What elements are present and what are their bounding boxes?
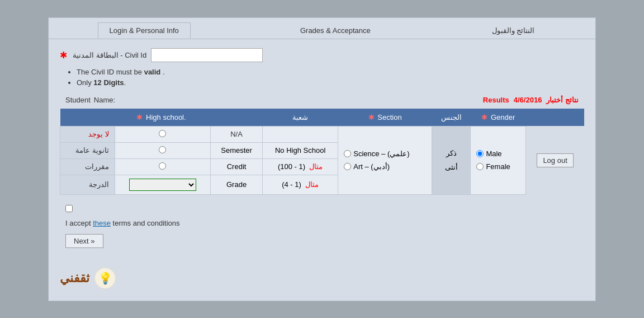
section-options-cell: Science – (علمي) Art – (أدبي) xyxy=(338,126,432,194)
table-header-row: ✱ High school. شعبة ✱ Section الجنس ✱ xyxy=(60,109,585,127)
logo-arabic-text: ثقفني xyxy=(60,271,89,286)
terms-text: I accept these terms and conditions xyxy=(65,219,579,227)
gender-arabic-header: الجنس xyxy=(432,109,471,127)
civil-id-label: Civil Id - البطاقة المدنية xyxy=(73,51,146,59)
student-label: Student xyxy=(65,96,91,104)
female-option: Female xyxy=(476,162,510,171)
next-button[interactable]: Next » xyxy=(65,234,103,248)
row3-radio[interactable] xyxy=(115,158,210,175)
high-school-req-star: ✱ xyxy=(136,113,143,121)
male-option: Male xyxy=(476,149,501,158)
row3-example-ar: مثال xyxy=(309,162,323,171)
gender-arabic-col: ذكر أنثى xyxy=(432,126,471,194)
art-option: Art – (أدبي) xyxy=(344,162,390,171)
row4-range: مثال (1 - 4) xyxy=(263,175,338,194)
civil-id-required-star: ✱ xyxy=(60,50,67,60)
footer: ثقفني 💡 xyxy=(49,261,595,289)
row4-example-ar: مثال xyxy=(305,180,319,189)
table-row-1: لا يوجد N/A Science – (علمي) xyxy=(60,126,585,142)
gender-header: ✱ Gender xyxy=(471,109,526,127)
student-name-left: Student Name: xyxy=(65,96,115,104)
art-label: Art – (أدبي) xyxy=(353,162,390,171)
high-school-header: ✱ High school. xyxy=(60,109,263,127)
row1-section-placeholder xyxy=(263,126,338,142)
section-options: Science – (علمي) Art – (أدبي) xyxy=(344,148,426,172)
terms-row: I accept these terms and conditions Next… xyxy=(60,200,584,252)
terms-after-text: terms and conditions xyxy=(111,219,180,227)
logo-icon: 💡 xyxy=(94,267,116,289)
radio-na[interactable] xyxy=(159,130,166,137)
gender-options: Male Female xyxy=(476,148,520,172)
terms-checkbox[interactable] xyxy=(65,205,73,212)
female-arabic-label: أنثى xyxy=(445,163,458,171)
female-arabic-option: أنثى xyxy=(445,163,458,171)
main-container: Login & Personal Info Grades & Acceptanc… xyxy=(48,17,596,301)
row1-radio[interactable] xyxy=(115,126,210,142)
tab-login-personal[interactable]: Login & Personal Info xyxy=(98,22,191,39)
civil-id-row: ✱ Civil Id - البطاقة المدنية xyxy=(60,48,584,62)
terms-link[interactable]: these xyxy=(93,219,111,227)
logo-area: ثقفني 💡 xyxy=(60,267,116,289)
logout-button[interactable]: Log out xyxy=(537,153,573,167)
next-button-wrapper: Next » xyxy=(65,232,579,248)
results-right: نتائج أختبار 4/6/2016 Results xyxy=(483,96,579,104)
tab-grades-acceptance[interactable]: Grades & Acceptance xyxy=(288,22,382,39)
radio-general[interactable] xyxy=(159,146,166,153)
row4-select-cell[interactable]: 1 2 3 4 xyxy=(115,175,210,194)
row2-value: Semester xyxy=(211,142,263,158)
terms-before-text: I accept xyxy=(65,219,93,227)
row2-radio[interactable] xyxy=(115,142,210,158)
grade-select[interactable]: 1 2 3 4 xyxy=(129,179,196,191)
student-name-row: Student Name: نتائج أختبار 4/6/2016 Resu… xyxy=(60,96,584,104)
radio-art[interactable] xyxy=(344,163,351,170)
gender-options-cell: Male Female xyxy=(471,126,526,194)
row4-label: الدرجة xyxy=(60,175,115,194)
radio-male[interactable] xyxy=(476,150,484,157)
logout-header-cell xyxy=(526,109,584,127)
row1-value: N/A xyxy=(211,126,263,142)
science-option: Science – (علمي) xyxy=(344,149,409,158)
main-table: ✱ High school. شعبة ✱ Section الجنس ✱ xyxy=(60,109,584,195)
nav-tabs: Login & Personal Info Grades & Acceptanc… xyxy=(49,18,595,39)
name-label: Name: xyxy=(94,96,115,104)
male-label: Male xyxy=(486,149,501,158)
section-req-star: ✱ xyxy=(368,113,375,121)
logout-cell: Log out xyxy=(526,126,584,194)
row3-range: مثال (1 - 100) xyxy=(263,158,338,175)
validation-item-1: The Civil ID must be valid . xyxy=(77,68,584,76)
male-arabic-label: ذكر xyxy=(446,149,457,157)
section-header: ✱ Section xyxy=(338,109,432,127)
row3-value: Credit xyxy=(211,158,263,175)
bulb-icon: 💡 xyxy=(98,272,112,285)
radio-female[interactable] xyxy=(476,163,484,170)
row2-label: ثانوية عامة xyxy=(60,142,115,158)
results-english-label: Results xyxy=(483,96,509,104)
section-arabic-header: شعبة xyxy=(263,109,338,127)
main-content: ✱ Civil Id - البطاقة المدنية The Civil I… xyxy=(49,39,595,261)
terms-checkbox-row xyxy=(65,205,579,212)
science-label: Science – (علمي) xyxy=(353,149,409,158)
validation-item-2: Only 12 Digits. xyxy=(77,78,584,87)
radio-credit[interactable] xyxy=(159,162,166,170)
male-arabic-option: ذكر xyxy=(446,149,457,157)
row4-value: Grade xyxy=(211,175,263,194)
results-arabic-label: نتائج أختبار xyxy=(546,96,579,104)
radio-science[interactable] xyxy=(344,150,351,157)
validation-list: The Civil ID must be valid . Only 12 Dig… xyxy=(77,68,584,87)
tab-results-arabic[interactable]: النتائج والقبول xyxy=(480,22,547,39)
female-label: Female xyxy=(486,162,510,171)
row2-extra: No High School xyxy=(263,142,338,158)
row1-label: لا يوجد xyxy=(60,126,115,142)
row3-label: مقررات xyxy=(60,158,115,175)
gender-req-star: ✱ xyxy=(481,113,487,121)
results-date: 4/6/2016 xyxy=(514,96,542,104)
civil-id-input[interactable] xyxy=(151,48,263,62)
